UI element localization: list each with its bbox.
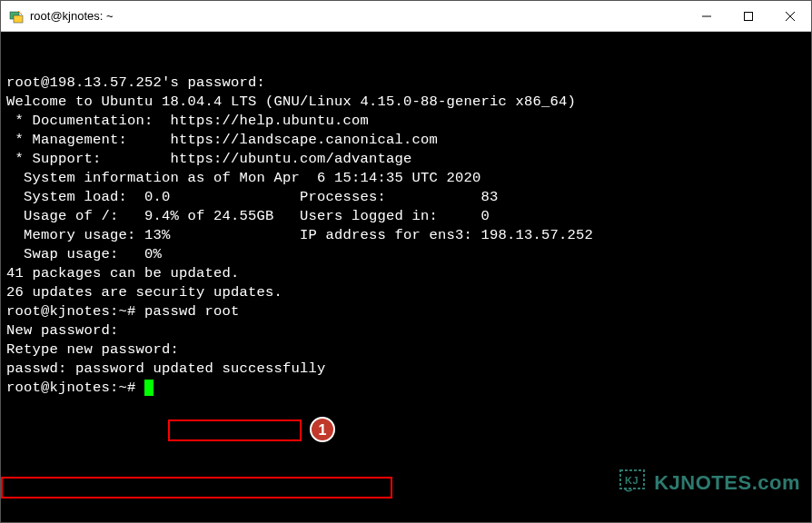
svg-text:KJ: KJ xyxy=(625,475,639,486)
window-title: root@kjnotes: ~ xyxy=(30,9,686,23)
watermark: KJ KJNOTES.com xyxy=(582,449,800,517)
terminal-line: passwd: password updated successfully xyxy=(6,360,806,379)
terminal-line: * Management: https://landscape.canonica… xyxy=(6,131,806,150)
terminal-line: * Support: https://ubuntu.com/advantage xyxy=(6,150,806,169)
terminal-line: System load: 0.0 Processes: 83 xyxy=(6,188,806,207)
terminal-line: Usage of /: 9.4% of 24.55GB Users logged… xyxy=(6,207,806,226)
terminal-line: New password: xyxy=(6,321,806,340)
terminal-cursor xyxy=(144,380,153,396)
terminal-area[interactable]: root@198.13.57.252's password:Welcome to… xyxy=(1,32,811,523)
minimize-button[interactable] xyxy=(686,1,728,31)
terminal-line: Welcome to Ubuntu 18.04.4 LTS (GNU/Linux… xyxy=(6,93,806,112)
terminal-line: root@198.13.57.252's password: xyxy=(6,74,806,93)
terminal-line: Retype new password: xyxy=(6,340,806,360)
terminal-line: root@kjnotes:~# passwd root xyxy=(6,302,806,321)
putty-icon xyxy=(8,8,25,25)
window-controls xyxy=(686,1,811,31)
terminal-line: root@kjnotes:~# xyxy=(6,379,806,398)
maximize-button[interactable] xyxy=(728,1,769,31)
watermark-icon: KJ xyxy=(582,449,649,517)
watermark-text: KJNOTES.com xyxy=(654,473,800,492)
close-button[interactable] xyxy=(769,1,811,31)
highlight-box-command xyxy=(168,419,302,441)
terminal-line: Memory usage: 13% IP address for ens3: 1… xyxy=(6,226,806,245)
window-titlebar: root@kjnotes: ~ xyxy=(1,1,811,32)
svg-rect-4 xyxy=(745,12,753,20)
terminal-line: * Documentation: https://help.ubuntu.com xyxy=(6,112,806,131)
terminal-line: 26 updates are security updates. xyxy=(6,283,806,302)
highlight-box-success xyxy=(1,477,392,498)
terminal-line: Swap usage: 0% xyxy=(6,245,806,264)
annotation-badge-1: 1 xyxy=(310,417,335,442)
terminal-line: 41 packages can be updated. xyxy=(6,264,806,283)
svg-rect-1 xyxy=(14,15,23,23)
terminal-line: System information as of Mon Apr 6 15:14… xyxy=(6,169,806,188)
